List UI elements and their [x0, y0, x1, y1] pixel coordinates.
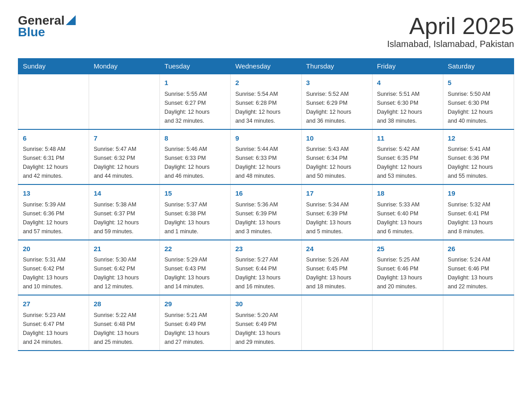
day-info: Sunrise: 5:38 AMSunset: 6:37 PMDaylight:… [94, 200, 155, 236]
day-number: 6 [23, 133, 84, 144]
day-info: Sunrise: 5:36 AMSunset: 6:39 PMDaylight:… [235, 200, 296, 236]
calendar-cell [18, 74, 89, 129]
page-header: General Blue April 2025 Islamabad, Islam… [18, 13, 514, 49]
day-number: 11 [377, 133, 438, 144]
day-info: Sunrise: 5:37 AMSunset: 6:38 PMDaylight:… [164, 200, 226, 236]
title-section: April 2025 Islamabad, Islamabad, Pakista… [387, 13, 515, 49]
day-number: 2 [235, 78, 296, 88]
day-info: Sunrise: 5:25 AMSunset: 6:46 PMDaylight:… [377, 255, 438, 291]
day-number: 19 [448, 188, 509, 199]
calendar-week-4: 20Sunrise: 5:31 AMSunset: 6:42 PMDayligh… [18, 240, 514, 295]
day-number: 14 [94, 188, 155, 199]
calendar-header-wednesday: Wednesday [231, 59, 301, 74]
day-number: 22 [164, 244, 226, 254]
calendar-cell: 20Sunrise: 5:31 AMSunset: 6:42 PMDayligh… [18, 240, 89, 295]
calendar-cell: 4Sunrise: 5:51 AMSunset: 6:30 PMDaylight… [372, 74, 443, 129]
calendar-cell: 6Sunrise: 5:48 AMSunset: 6:31 PMDaylight… [18, 129, 89, 185]
day-info: Sunrise: 5:23 AMSunset: 6:47 PMDaylight:… [23, 311, 84, 347]
logo: General Blue [18, 13, 76, 39]
calendar-cell [443, 295, 514, 351]
svg-marker-0 [66, 15, 76, 25]
day-number: 12 [448, 133, 509, 144]
day-info: Sunrise: 5:54 AMSunset: 6:28 PMDaylight:… [235, 90, 296, 125]
day-info: Sunrise: 5:47 AMSunset: 6:32 PMDaylight:… [94, 145, 155, 180]
day-info: Sunrise: 5:32 AMSunset: 6:41 PMDaylight:… [448, 200, 509, 236]
day-number: 23 [235, 244, 296, 254]
calendar-cell: 15Sunrise: 5:37 AMSunset: 6:38 PMDayligh… [160, 184, 231, 240]
calendar-cell: 29Sunrise: 5:21 AMSunset: 6:49 PMDayligh… [160, 295, 231, 351]
calendar-header-thursday: Thursday [301, 59, 372, 74]
day-number: 10 [306, 133, 368, 144]
day-info: Sunrise: 5:50 AMSunset: 6:30 PMDaylight:… [448, 90, 509, 125]
calendar-cell: 11Sunrise: 5:42 AMSunset: 6:35 PMDayligh… [372, 129, 443, 185]
day-info: Sunrise: 5:48 AMSunset: 6:31 PMDaylight:… [23, 145, 84, 180]
calendar-header-friday: Friday [372, 59, 443, 74]
calendar-header-row: SundayMondayTuesdayWednesdayThursdayFrid… [18, 59, 514, 74]
calendar-cell: 10Sunrise: 5:43 AMSunset: 6:34 PMDayligh… [301, 129, 372, 185]
calendar-cell: 19Sunrise: 5:32 AMSunset: 6:41 PMDayligh… [443, 184, 514, 240]
calendar-cell: 13Sunrise: 5:39 AMSunset: 6:36 PMDayligh… [18, 184, 89, 240]
day-info: Sunrise: 5:43 AMSunset: 6:34 PMDaylight:… [306, 145, 368, 180]
calendar-cell: 22Sunrise: 5:29 AMSunset: 6:43 PMDayligh… [160, 240, 231, 295]
day-number: 28 [94, 299, 155, 309]
day-info: Sunrise: 5:52 AMSunset: 6:29 PMDaylight:… [306, 90, 368, 125]
calendar-cell: 25Sunrise: 5:25 AMSunset: 6:46 PMDayligh… [372, 240, 443, 295]
day-info: Sunrise: 5:34 AMSunset: 6:39 PMDaylight:… [306, 200, 368, 236]
calendar-cell: 8Sunrise: 5:46 AMSunset: 6:33 PMDaylight… [160, 129, 231, 185]
day-info: Sunrise: 5:51 AMSunset: 6:30 PMDaylight:… [377, 90, 438, 125]
day-info: Sunrise: 5:30 AMSunset: 6:42 PMDaylight:… [94, 255, 155, 291]
calendar-cell: 27Sunrise: 5:23 AMSunset: 6:47 PMDayligh… [18, 295, 89, 351]
calendar-cell: 30Sunrise: 5:20 AMSunset: 6:49 PMDayligh… [231, 295, 301, 351]
day-number: 21 [94, 244, 155, 254]
day-info: Sunrise: 5:39 AMSunset: 6:36 PMDaylight:… [23, 200, 84, 236]
calendar-cell: 28Sunrise: 5:22 AMSunset: 6:48 PMDayligh… [89, 295, 160, 351]
calendar-cell: 1Sunrise: 5:55 AMSunset: 6:27 PMDaylight… [160, 74, 231, 129]
day-info: Sunrise: 5:26 AMSunset: 6:45 PMDaylight:… [306, 255, 368, 291]
logo-blue: Blue [18, 25, 76, 39]
day-number: 26 [448, 244, 509, 254]
day-number: 4 [377, 78, 438, 88]
day-number: 20 [23, 244, 84, 254]
day-number: 1 [164, 78, 226, 88]
day-number: 13 [23, 188, 84, 199]
calendar-cell: 26Sunrise: 5:24 AMSunset: 6:46 PMDayligh… [443, 240, 514, 295]
logo-triangle-icon [66, 15, 76, 25]
day-number: 30 [235, 299, 296, 309]
calendar-week-3: 13Sunrise: 5:39 AMSunset: 6:36 PMDayligh… [18, 184, 514, 240]
day-info: Sunrise: 5:22 AMSunset: 6:48 PMDaylight:… [94, 311, 155, 347]
day-info: Sunrise: 5:33 AMSunset: 6:40 PMDaylight:… [377, 200, 438, 236]
calendar-cell [89, 74, 160, 129]
calendar-cell: 9Sunrise: 5:44 AMSunset: 6:33 PMDaylight… [231, 129, 301, 185]
calendar-cell: 17Sunrise: 5:34 AMSunset: 6:39 PMDayligh… [301, 184, 372, 240]
day-number: 24 [306, 244, 368, 254]
day-number: 29 [164, 299, 226, 309]
calendar-week-5: 27Sunrise: 5:23 AMSunset: 6:47 PMDayligh… [18, 295, 514, 351]
month-title: April 2025 [387, 13, 515, 39]
day-info: Sunrise: 5:42 AMSunset: 6:35 PMDaylight:… [377, 145, 438, 180]
day-info: Sunrise: 5:29 AMSunset: 6:43 PMDaylight:… [164, 255, 226, 291]
day-number: 18 [377, 188, 438, 199]
calendar-header-monday: Monday [89, 59, 160, 74]
calendar-header-saturday: Saturday [443, 59, 514, 74]
day-info: Sunrise: 5:55 AMSunset: 6:27 PMDaylight:… [164, 90, 226, 125]
day-number: 8 [164, 133, 226, 144]
day-number: 25 [377, 244, 438, 254]
calendar-cell: 24Sunrise: 5:26 AMSunset: 6:45 PMDayligh… [301, 240, 372, 295]
calendar-cell: 14Sunrise: 5:38 AMSunset: 6:37 PMDayligh… [89, 184, 160, 240]
calendar-header-tuesday: Tuesday [160, 59, 231, 74]
calendar-week-2: 6Sunrise: 5:48 AMSunset: 6:31 PMDaylight… [18, 129, 514, 185]
day-number: 27 [23, 299, 84, 309]
day-number: 3 [306, 78, 368, 88]
calendar-cell: 5Sunrise: 5:50 AMSunset: 6:30 PMDaylight… [443, 74, 514, 129]
calendar-header-sunday: Sunday [18, 59, 89, 74]
calendar-cell: 16Sunrise: 5:36 AMSunset: 6:39 PMDayligh… [231, 184, 301, 240]
day-info: Sunrise: 5:41 AMSunset: 6:36 PMDaylight:… [448, 145, 509, 180]
location: Islamabad, Islamabad, Pakistan [387, 39, 515, 49]
calendar-cell [372, 295, 443, 351]
day-info: Sunrise: 5:46 AMSunset: 6:33 PMDaylight:… [164, 145, 226, 180]
day-number: 5 [448, 78, 509, 88]
calendar-cell: 3Sunrise: 5:52 AMSunset: 6:29 PMDaylight… [301, 74, 372, 129]
day-number: 7 [94, 133, 155, 144]
calendar-cell: 18Sunrise: 5:33 AMSunset: 6:40 PMDayligh… [372, 184, 443, 240]
calendar-table: SundayMondayTuesdayWednesdayThursdayFrid… [18, 58, 514, 351]
